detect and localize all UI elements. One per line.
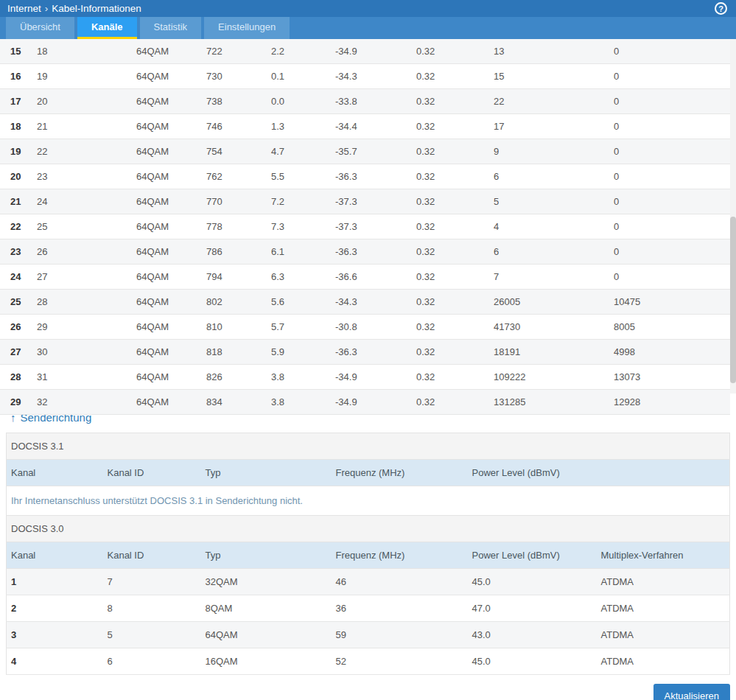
scrollbar-thumb[interactable]: [730, 217, 736, 383]
table-cell: 4.7: [262, 139, 326, 164]
table-cell: 6: [485, 164, 605, 189]
table-cell: 4: [7, 648, 103, 675]
table-row: 288QAM3647.0ATDMA: [7, 595, 730, 622]
table-cell: 7.2: [262, 189, 326, 214]
table-cell: 64QAM: [127, 39, 197, 64]
table-cell: -36.6: [326, 265, 407, 290]
table-row: 3564QAM5943.0ATDMA: [7, 622, 730, 648]
table-cell: 730: [197, 64, 262, 89]
table-cell: 22: [485, 89, 605, 114]
breadcrumb-separator-icon: ›: [45, 3, 49, 14]
column-header: Frequenz (MHz): [332, 542, 468, 569]
column-header: Kanal: [7, 460, 103, 486]
column-header: Multiplex-Verfahren: [597, 542, 730, 569]
table-cell: ATDMA: [597, 648, 730, 675]
downstream-table: 151864QAM7222.2-34.90.32130161964QAM7300…: [0, 39, 730, 415]
docsis31-title: DOCSIS 3.1: [7, 433, 730, 460]
table-cell: 27: [0, 340, 28, 365]
table-cell: -37.3: [326, 189, 407, 214]
table-cell: 0.1: [262, 64, 326, 89]
table-cell: -34.4: [326, 114, 407, 139]
table-cell: 36: [332, 595, 468, 622]
table-cell: 5: [485, 189, 605, 214]
table-row: 222564QAM7787.3-37.30.3240: [0, 214, 730, 239]
docsis31-title-row: DOCSIS 3.1: [7, 433, 730, 460]
table-cell: -34.9: [326, 390, 407, 415]
table-cell: 21: [28, 114, 127, 139]
table-cell: 6: [485, 239, 605, 265]
table-cell: 64QAM: [127, 214, 197, 239]
downstream-table-viewport: 151864QAM7222.2-34.90.32130161964QAM7300…: [0, 39, 736, 393]
tab-bar: Übersicht Kanäle Statistik Einstellungen: [0, 17, 736, 39]
table-cell: 23: [0, 239, 28, 265]
table-row: 151864QAM7222.2-34.90.32130: [0, 39, 730, 64]
table-row: 1732QAM4645.0ATDMA: [7, 569, 730, 595]
table-cell: 5.5: [262, 164, 326, 189]
table-cell: 26005: [485, 290, 605, 315]
help-icon[interactable]: ?: [715, 2, 727, 15]
table-cell: 7.3: [262, 214, 326, 239]
table-cell: 0: [605, 214, 730, 239]
table-cell: 19: [0, 139, 28, 164]
vertical-scrollbar[interactable]: [730, 39, 736, 393]
table-cell: 19: [28, 64, 127, 89]
tab-einstellungen[interactable]: Einstellungen: [204, 17, 290, 39]
table-cell: -37.3: [326, 214, 407, 239]
table-cell: 17: [485, 114, 605, 139]
table-row: 202364QAM7625.5-36.30.3260: [0, 164, 730, 189]
table-cell: 0.0: [262, 89, 326, 114]
table-cell: 18: [0, 114, 28, 139]
table-cell: -33.8: [326, 89, 407, 114]
table-cell: 818: [197, 340, 262, 365]
table-cell: 3.8: [262, 390, 326, 415]
table-cell: 0.32: [407, 64, 485, 89]
tab-uebersicht[interactable]: Übersicht: [6, 17, 74, 39]
tab-statistik[interactable]: Statistik: [140, 17, 202, 39]
docsis31-notice-row: Ihr Internetanschluss unterstützt DOCSIS…: [7, 486, 730, 516]
table-cell: 810: [197, 315, 262, 340]
table-row: 172064QAM7380.0-33.80.32220: [0, 89, 730, 114]
table-cell: 794: [197, 265, 262, 290]
table-cell: 25: [28, 214, 127, 239]
table-cell: 45.0: [468, 569, 597, 595]
table-row: 192264QAM7544.7-35.70.3290: [0, 139, 730, 164]
column-header: Typ: [201, 542, 332, 569]
table-cell: 0.32: [407, 290, 485, 315]
table-cell: 31: [28, 365, 127, 390]
table-cell: 64QAM: [201, 622, 332, 648]
table-cell: 24: [28, 189, 127, 214]
table-cell: 59: [332, 622, 468, 648]
table-cell: 754: [197, 139, 262, 164]
table-row: 252864QAM8025.6-34.30.322600510475: [0, 290, 730, 315]
table-cell: 802: [197, 290, 262, 315]
breadcrumb: Internet › Kabel-Informationen: [7, 3, 141, 14]
table-row: 212464QAM7707.2-37.30.3250: [0, 189, 730, 214]
table-cell: 834: [197, 390, 262, 415]
table-cell: 786: [197, 239, 262, 265]
table-row: 262964QAM8105.7-30.80.32417308005: [0, 315, 730, 340]
table-cell: 64QAM: [127, 390, 197, 415]
breadcrumb-section[interactable]: Internet: [7, 3, 41, 14]
table-cell: ATDMA: [597, 569, 730, 595]
tab-kanaele[interactable]: Kanäle: [77, 17, 137, 39]
table-cell: 7: [103, 569, 201, 595]
table-cell: 64QAM: [127, 139, 197, 164]
refresh-button[interactable]: Aktualisieren: [653, 684, 730, 700]
table-cell: 64QAM: [127, 114, 197, 139]
table-cell: 64QAM: [127, 315, 197, 340]
docsis30-title-row: DOCSIS 3.0: [7, 516, 730, 542]
table-cell: 5.7: [262, 315, 326, 340]
table-cell: 21: [0, 189, 28, 214]
table-row: 182164QAM7461.3-34.40.32170: [0, 114, 730, 139]
table-cell: 0.32: [407, 114, 485, 139]
table-cell: -36.3: [326, 164, 407, 189]
docsis31-header-row: Kanal Kanal ID Typ Frequenz (MHz) Power …: [7, 460, 730, 486]
column-header: Kanal ID: [103, 542, 201, 569]
table-cell: 24: [0, 265, 28, 290]
table-cell: 0.32: [407, 315, 485, 340]
table-cell: 5.6: [262, 290, 326, 315]
table-cell: 20: [0, 164, 28, 189]
breadcrumb-page: Kabel-Informationen: [52, 3, 141, 14]
table-cell: 22: [28, 139, 127, 164]
table-cell: -30.8: [326, 315, 407, 340]
